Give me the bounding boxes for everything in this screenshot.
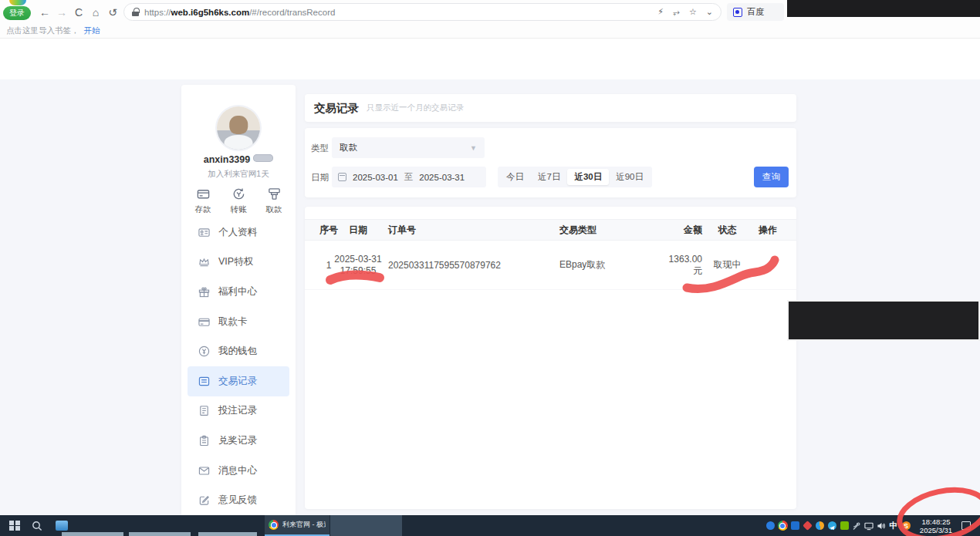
chevron-down-icon[interactable]: ⌄ (706, 7, 713, 17)
sidebar-item-feedback[interactable]: 意见反馈 (188, 485, 289, 515)
tray-telegram-icon[interactable] (827, 521, 836, 531)
tray-s-icon[interactable]: S (901, 521, 911, 531)
refresh-icon[interactable]: C (71, 5, 86, 20)
range-30d-button[interactable]: 近30日 (567, 169, 609, 185)
action-center-icon (961, 521, 971, 530)
browser-login-button[interactable]: 登录 (3, 6, 31, 20)
col-header-type: 交易类型 (559, 220, 644, 240)
tray-satellite-icon[interactable] (852, 521, 861, 531)
range-7d-button[interactable]: 近7日 (531, 169, 567, 185)
joined-days-text: 加入利来官网1天 (181, 169, 296, 180)
redacted-area-top (787, 0, 980, 17)
wallet-icon (198, 346, 210, 357)
tray-nvidia-icon[interactable] (840, 521, 849, 531)
sidebar-item-label: 投注记录 (218, 404, 257, 417)
date-to-value: 2025-03-31 (419, 173, 465, 182)
windows-logo-icon (9, 521, 20, 531)
search-icon (32, 521, 42, 531)
home-icon[interactable]: ⌂ (88, 5, 103, 20)
clipboard-icon (198, 435, 210, 447)
taskbar-window-strip (129, 532, 191, 536)
withdraw-icon (267, 187, 282, 201)
browser-tab-favicon[interactable] (9, 0, 26, 5)
forward-icon[interactable]: → (54, 5, 69, 20)
profile-photo[interactable] (217, 106, 260, 150)
transaction-list-icon (198, 376, 210, 387)
deposit-icon (196, 187, 211, 201)
bookmark-import-hint: 点击这里导入书签， (6, 25, 79, 36)
cell-status: 取现中 (710, 241, 745, 289)
id-card-icon (198, 227, 210, 238)
taskbar-clock[interactable]: 18:48:25 2025/3/31 (915, 515, 957, 536)
cell-order-no: 2025033117595570879762 (388, 241, 558, 289)
start-button[interactable] (5, 515, 25, 536)
sidebar-username: anxin3399 (204, 154, 250, 165)
baidu-search-box[interactable]: 百度 (727, 3, 784, 21)
range-today-button[interactable]: 今日 (499, 169, 531, 185)
col-header-amount: 金额 (644, 220, 702, 240)
undo-icon[interactable]: ↺ (105, 5, 120, 20)
sidebar-item-profile[interactable]: 个人资料 (188, 217, 289, 248)
tray-chrome-icon[interactable] (778, 521, 787, 531)
table-header-row: 序号 日期 订单号 交易类型 金额 状态 操作 (305, 219, 796, 241)
sidebar-withdraw-button[interactable]: 取款 (259, 187, 289, 215)
range-90d-button[interactable]: 近90日 (609, 169, 651, 185)
type-select[interactable]: 取款 ▼ (332, 137, 485, 158)
sidebar-item-label: 福利中心 (218, 285, 257, 298)
bookmark-star-icon[interactable]: ☆ (689, 7, 697, 17)
clock-time: 18:48:25 (922, 517, 951, 526)
sidebar-item-withdraw-card[interactable]: 取款卡 (188, 307, 289, 337)
date-from-value: 2025-03-01 (353, 173, 398, 182)
deposit-label: 存款 (195, 204, 211, 215)
ime-indicator[interactable]: 中 (889, 521, 898, 531)
site-header: 利来 ll188.vip 首页 体育 视讯 棋牌 电竞 彩票 电子 娱乐 客服 … (0, 39, 980, 79)
baidu-label: 百度 (747, 6, 764, 18)
col-header-action: 操作 (752, 220, 783, 240)
back-icon[interactable]: ← (37, 5, 52, 20)
sidebar-item-transactions[interactable]: 交易记录 (188, 366, 289, 396)
taskbar-search-button[interactable] (28, 515, 46, 536)
sidebar-item-messages[interactable]: 消息中心 (188, 456, 289, 486)
browser-toolbar: 登录 ← → C ⌂ ↺ ☆ https://web.i6g5h6ks.com/… (0, 0, 980, 23)
sidebar-deposit-button[interactable]: 存款 (188, 187, 218, 215)
taskbar-app-title: 利来官网 - 极速浏... (282, 520, 326, 530)
sidebar-item-vip[interactable]: VIP特权 (188, 248, 289, 278)
tray-app-red-icon[interactable] (803, 521, 812, 531)
feedback-icon (198, 494, 210, 506)
transactions-table-card: 序号 日期 订单号 交易类型 金额 状态 操作 1 2025-03-3117:5… (305, 207, 796, 509)
search-button[interactable]: 查询 (754, 167, 789, 187)
date-range-input[interactable]: 2025-03-01 至 2025-03-31 (332, 167, 486, 187)
cell-date: 2025-03-3117:59:55 (327, 241, 389, 289)
sidebar-transfer-button[interactable]: 转账 (223, 187, 254, 215)
bookmark-start-link[interactable]: 开始 (84, 25, 100, 36)
action-center-button[interactable] (959, 515, 973, 536)
tray-app-blue-icon[interactable] (790, 521, 799, 531)
col-header-date: 日期 (327, 220, 389, 240)
type-select-value: 取款 (340, 142, 357, 153)
share-icon[interactable]: ⥅ (673, 7, 680, 17)
taskbar-app-browser[interactable]: 利来官网 - 极速浏... (265, 515, 329, 536)
cell-amount: 1363.00元 (644, 241, 702, 289)
sidebar-item-welfare[interactable]: 福利中心 (188, 277, 289, 307)
sidebar-quick-actions: 存款 转账 取款 (188, 187, 289, 215)
sidebar-username-row: anxin3399 (181, 154, 296, 165)
cell-type: EBpay取款 (559, 241, 644, 289)
bank-card-icon (198, 316, 210, 328)
sidebar-item-label: VIP特权 (218, 255, 253, 268)
address-bar[interactable]: https://web.i6g5h6ks.com/#/record/transR… (123, 3, 721, 21)
sidebar-item-wallet[interactable]: 我的钱包 (188, 336, 289, 366)
tray-app-color-icon[interactable] (815, 521, 824, 531)
tray-browser-icon[interactable] (765, 521, 775, 531)
col-header-order: 订单号 (388, 220, 558, 240)
tray-network-icon[interactable] (864, 521, 874, 531)
sidebar-item-label: 兑奖记录 (218, 434, 257, 447)
taskbar-window-strip (62, 532, 123, 536)
lightning-icon[interactable]: ⚡ (657, 7, 664, 17)
baidu-icon (733, 8, 742, 17)
sidebar-item-bets[interactable]: 投注记录 (188, 396, 289, 426)
sidebar-item-redeem[interactable]: 兑奖记录 (188, 426, 289, 456)
taskbar-app-secondary[interactable] (330, 515, 402, 536)
calendar-icon (338, 173, 346, 181)
tray-volume-icon[interactable] (877, 521, 886, 531)
transfer-label: 转账 (231, 204, 247, 215)
